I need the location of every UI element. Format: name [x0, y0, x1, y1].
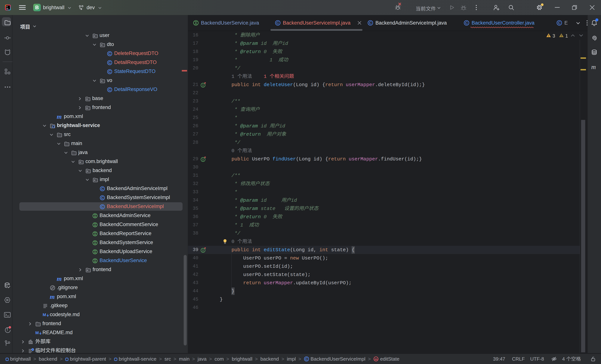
svg-text:M: M [35, 330, 39, 335]
svg-text:IJ: IJ [6, 6, 8, 8]
svg-text:I: I [202, 158, 203, 162]
svg-text:I: I [202, 83, 203, 87]
svg-text:M: M [43, 312, 46, 317]
svg-text:m: m [375, 357, 378, 361]
svg-text:I: I [202, 249, 203, 252]
